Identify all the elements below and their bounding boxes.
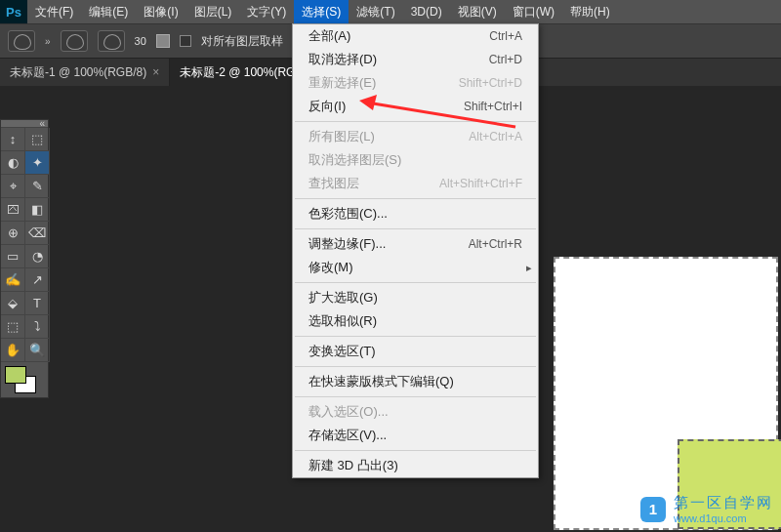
menu-separator (295, 228, 536, 229)
menu-separator (295, 121, 536, 122)
menu-entry[interactable]: 在快速蒙版模式下编辑(Q) (293, 370, 538, 393)
menu-entry: 重新选择(E)Shift+Ctrl+D (293, 71, 538, 95)
menu-entry-label: 扩大选取(G) (308, 289, 378, 307)
menu-separator (295, 282, 536, 283)
menu-shortcut: Alt+Shift+Ctrl+F (439, 177, 522, 190)
color-swatches[interactable] (1, 362, 48, 397)
menu-entry[interactable]: 扩大选取(G) (293, 286, 538, 309)
tool-6[interactable]: ⮹ (1, 198, 25, 222)
tool-2[interactable]: ◐ (1, 151, 25, 175)
tool-14[interactable]: ⬙ (1, 292, 25, 315)
menu-item-2[interactable]: 图像(I) (136, 0, 185, 23)
tool-13[interactable]: ↗ (25, 268, 50, 292)
menu-entry-label: 色彩范围(C)... (308, 205, 388, 223)
menu-entry[interactable]: 选取相似(R) (293, 309, 538, 333)
menu-entry[interactable]: 修改(M) (293, 256, 538, 279)
grid-icon[interactable] (156, 34, 170, 48)
tools-panel-grip[interactable]: « (1, 120, 48, 128)
app-logo: Ps (0, 0, 27, 23)
menu-entry-label: 在快速蒙版模式下编辑(Q) (308, 373, 454, 390)
menu-item-6[interactable]: 滤镜(T) (349, 0, 402, 23)
menu-entry: 查找图层Alt+Shift+Ctrl+F (293, 172, 538, 195)
sample-all-layers-checkbox[interactable] (180, 35, 191, 47)
menu-separator (295, 450, 536, 451)
menu-entry-label: 新建 3D 凸出(3) (308, 457, 398, 474)
menu-shortcut: Ctrl+A (489, 29, 522, 43)
menu-entry: 取消选择图层(S) (293, 148, 538, 172)
tool-3[interactable]: ✦ (25, 151, 50, 175)
menu-entry-label: 取消选择图层(S) (308, 151, 401, 169)
menu-entry[interactable]: 新建 3D 凸出(3) (293, 454, 538, 477)
menu-item-10[interactable]: 帮助(H) (562, 0, 618, 23)
tool-16[interactable]: ⬚ (1, 315, 25, 339)
menu-entry[interactable]: 全部(A)Ctrl+A (293, 24, 538, 48)
menu-item-5[interactable]: 选择(S) (294, 0, 349, 23)
menu-entry-label: 查找图层 (308, 175, 359, 192)
menu-entry-label: 取消选择(D) (308, 51, 377, 68)
menu-entry-label: 修改(M) (308, 259, 353, 276)
menu-entry-label: 反向(I) (308, 98, 346, 115)
menu-entry-label: 全部(A) (308, 27, 350, 45)
sample-all-layers-label: 对所有图层取样 (201, 33, 283, 50)
tool-12[interactable]: ✍ (1, 268, 25, 292)
menu-entry[interactable]: 变换选区(T) (293, 340, 538, 363)
tool-17[interactable]: ⤵ (25, 315, 50, 339)
tool-18[interactable]: ✋ (1, 339, 25, 362)
tool-10[interactable]: ▭ (1, 245, 25, 268)
tool-4[interactable]: ⌖ (1, 175, 25, 198)
menu-item-0[interactable]: 文件(F) (27, 0, 81, 23)
tool-preset-icon[interactable] (8, 30, 35, 52)
tool-19[interactable]: 🔍 (25, 339, 50, 362)
select-menu-dropdown: 全部(A)Ctrl+A取消选择(D)Ctrl+D重新选择(E)Shift+Ctr… (292, 23, 539, 478)
menu-entry[interactable]: 色彩范围(C)... (293, 202, 538, 225)
menu-entry[interactable]: 反向(I)Shift+Ctrl+I (293, 95, 538, 118)
menu-shortcut: Shift+Ctrl+I (464, 100, 522, 113)
menu-entry[interactable]: 存储选区(V)... (293, 424, 538, 447)
chevron-icon: » (45, 36, 51, 47)
menu-shortcut: Alt+Ctrl+A (469, 130, 522, 143)
brush-size: 30 (135, 35, 146, 47)
menu-separator (295, 198, 536, 199)
menu-bar: Ps 文件(F)编辑(E)图像(I)图层(L)文字(Y)选择(S)滤镜(T)3D… (0, 0, 781, 23)
menu-separator (295, 396, 536, 397)
tool-15[interactable]: T (25, 292, 50, 315)
menu-entry-label: 所有图层(L) (308, 128, 375, 145)
tool-1[interactable]: ⬚ (25, 128, 50, 151)
watermark-badge: 1 (640, 497, 666, 522)
tool-5[interactable]: ✎ (25, 175, 50, 198)
menu-item-3[interactable]: 图层(L) (186, 0, 240, 23)
watermark-url: www.d1qu.com (674, 512, 773, 524)
menu-entry-label: 变换选区(T) (308, 343, 376, 360)
menu-item-4[interactable]: 文字(Y) (239, 0, 294, 23)
menu-item-9[interactable]: 窗口(W) (505, 0, 562, 23)
menu-item-7[interactable]: 3D(D) (403, 0, 450, 23)
menu-separator (295, 366, 536, 367)
tool-7[interactable]: ◧ (25, 198, 50, 222)
brush-preview-2-icon[interactable] (98, 30, 125, 52)
menu-entry[interactable]: 调整边缘(F)...Alt+Ctrl+R (293, 232, 538, 256)
menu-entry: 所有图层(L)Alt+Ctrl+A (293, 125, 538, 148)
menu-entry-label: 重新选择(E) (308, 74, 376, 92)
brush-preview-icon[interactable] (61, 30, 88, 52)
menu-item-1[interactable]: 编辑(E) (81, 0, 136, 23)
menu-entry-label: 载入选区(O)... (308, 403, 389, 421)
tool-8[interactable]: ⊕ (1, 222, 25, 245)
menu-shortcut: Alt+Ctrl+R (469, 237, 522, 251)
tools-panel: « ↕⬚◐✦⌖✎⮹◧⊕⌫▭◔✍↗⬙T⬚⤵✋🔍 (0, 119, 49, 398)
photoshop-window: Ps 文件(F)编辑(E)图像(I)图层(L)文字(Y)选择(S)滤镜(T)3D… (0, 0, 781, 532)
menu-entry-label: 调整边缘(F)... (308, 235, 386, 253)
menu-entry-label: 存储选区(V)... (308, 427, 387, 444)
menu-item-8[interactable]: 视图(V) (450, 0, 505, 23)
tool-11[interactable]: ◔ (25, 245, 50, 268)
menu-entry[interactable]: 取消选择(D)Ctrl+D (293, 48, 538, 71)
menu-separator (295, 336, 536, 337)
document-tab-0[interactable]: 未标题-1 @ 100%(RGB/8)× (0, 59, 170, 86)
close-icon[interactable]: × (152, 65, 159, 79)
menu-entry-label: 选取相似(R) (308, 312, 377, 330)
menu-shortcut: Ctrl+D (489, 53, 522, 66)
watermark: 1 第一区自学网 www.d1qu.com (640, 494, 773, 524)
tool-9[interactable]: ⌫ (25, 222, 50, 245)
tool-0[interactable]: ↕ (1, 128, 25, 151)
foreground-color-swatch[interactable] (5, 366, 26, 384)
menu-shortcut: Shift+Ctrl+D (459, 76, 522, 90)
